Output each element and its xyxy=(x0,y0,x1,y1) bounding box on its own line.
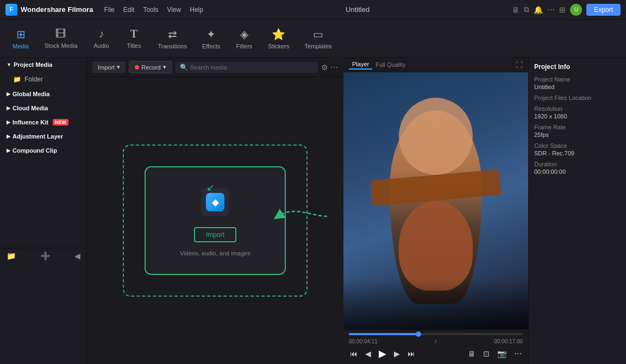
import-sub-label: Videos, audio, and images xyxy=(180,250,250,256)
toolbar-stock-media[interactable]: 🎞 Stock Media xyxy=(38,24,84,52)
filters-icon: ◈ xyxy=(240,28,248,41)
search-icon: 🔍 xyxy=(180,64,188,71)
info-row-colorspace: Color Space SDR - Rec.709 xyxy=(534,142,621,156)
toolbar-transitions[interactable]: ⇄ Transitions xyxy=(152,24,193,53)
record-button[interactable]: Record ▾ xyxy=(129,61,172,73)
time-display: 00:00:04:11 / 00:00:17:00 xyxy=(349,338,523,344)
toolbar-media-label: Media xyxy=(12,43,29,49)
preview-video xyxy=(343,72,528,329)
screen-icon[interactable]: 🖥 xyxy=(467,348,477,359)
sidebar-adjustment-layer-label: Adjustment Layer xyxy=(12,133,63,140)
info-row-name: Project Name Untitled xyxy=(534,76,621,90)
import-area: ◆ ↙ Import Videos, audio, and images xyxy=(87,77,343,364)
app-name: Wondershare Filmora xyxy=(21,5,93,14)
progress-fill xyxy=(349,333,418,335)
info-value-resolution: 1920 x 1080 xyxy=(534,113,621,120)
top-bar: F Wondershare Filmora File Edit Tools Vi… xyxy=(0,0,626,20)
fullscreen-icon[interactable]: ⛶ xyxy=(516,61,523,69)
toolbar-filters[interactable]: ◈ Filters xyxy=(229,24,259,53)
center-area: Import ▾ Record ▾ 🔍 ⚙ ⋯ xyxy=(87,58,343,364)
templates-icon: ▭ xyxy=(313,28,323,41)
time-total: 00:00:17:00 xyxy=(494,338,523,344)
toolbar-filters-label: Filters xyxy=(236,43,252,49)
project-info-title: Project Info xyxy=(534,63,621,71)
import-dropdown-icon: ▾ xyxy=(117,64,120,71)
project-title: Untitled xyxy=(203,5,512,14)
sidebar-global-media-label: Global Media xyxy=(12,91,49,97)
sidebar-item-folder[interactable]: 📁 Folder xyxy=(0,72,86,87)
preview-tab-quality[interactable]: Full Quality xyxy=(372,60,409,69)
import-icon-container: ◆ ↙ xyxy=(199,185,231,219)
info-label-name: Project Name xyxy=(534,76,621,83)
control-buttons: ⏮ ◀ ▶ ▶ ⏭ 🖥 ⊡ 📷 ⋯ xyxy=(349,347,523,361)
add-icon[interactable]: ➕ xyxy=(41,252,50,260)
info-value-name: Untitled xyxy=(534,84,621,90)
info-row-framerate: Frame Rate 25fps xyxy=(534,124,621,138)
window-icon-5[interactable]: ⊞ xyxy=(559,5,566,14)
chevron-down-icon: ▼ xyxy=(7,62,11,67)
info-label-framerate: Frame Rate xyxy=(534,124,621,130)
audio-icon: ♪ xyxy=(99,28,104,40)
menu-file[interactable]: File xyxy=(104,6,114,14)
preview-controls: 00:00:04:11 / 00:00:17:00 ⏮ ◀ ▶ ▶ ⏭ 🖥 ⊡ … xyxy=(343,329,528,364)
import-arrow-annotation xyxy=(262,194,338,238)
app-logo: F Wondershare Filmora xyxy=(5,4,93,16)
record-label: Record xyxy=(141,64,160,71)
sidebar-item-adjustment-layer[interactable]: ▶ Adjustment Layer xyxy=(0,129,86,143)
search-bar[interactable]: 🔍 xyxy=(176,62,318,73)
menu-help[interactable]: Help xyxy=(190,6,203,14)
menu-edit[interactable]: Edit xyxy=(123,6,135,14)
toolbar-templates-label: Templates xyxy=(304,43,331,49)
menu-tools[interactable]: Tools xyxy=(143,6,158,14)
play-button[interactable]: ▶ xyxy=(378,347,387,361)
forward-button[interactable]: ▶ xyxy=(393,348,401,359)
sidebar-item-influence-kit[interactable]: ▶ Influence Kit NEW xyxy=(0,115,86,129)
toolbar-templates[interactable]: ▭ Templates xyxy=(298,24,338,53)
progress-bar[interactable] xyxy=(349,333,523,335)
info-label-duration: Duration xyxy=(534,161,621,167)
stock-media-icon: 🎞 xyxy=(55,28,66,40)
filter-icon[interactable]: ⚙ xyxy=(321,63,328,72)
user-avatar[interactable]: U xyxy=(570,4,582,16)
logo-icon: F xyxy=(5,4,17,16)
search-input[interactable] xyxy=(190,64,314,71)
sidebar-collapse-icon[interactable]: ◀ xyxy=(74,252,80,260)
prev-frame-button[interactable]: ⏮ xyxy=(349,348,359,359)
sidebar-bottom-icons: 📁 ➕ ◀ xyxy=(0,248,87,263)
chevron-right-icon-3: ▶ xyxy=(7,120,10,125)
video-placeholder xyxy=(343,72,528,329)
next-frame-button[interactable]: ⏭ xyxy=(406,348,416,359)
sidebar-item-compound-clip[interactable]: ▶ Compound Clip xyxy=(0,143,86,158)
menu-view[interactable]: View xyxy=(167,6,181,14)
add-folder-icon[interactable]: 📁 xyxy=(7,252,16,260)
toolbar-stickers[interactable]: ⭐ Stickers xyxy=(261,24,296,53)
preview-tab-player[interactable]: Player xyxy=(349,60,372,70)
sidebar-item-project-media[interactable]: ▼ Project Media xyxy=(0,58,86,72)
more-options-icon[interactable]: ⋯ xyxy=(330,63,338,72)
sidebar-influence-kit-label: Influence Kit xyxy=(12,119,48,125)
record-dropdown-icon: ▾ xyxy=(163,64,166,71)
snapshot-icon[interactable]: 📷 xyxy=(496,348,508,359)
media-actions: ⚙ ⋯ xyxy=(321,63,338,72)
window-icon-3[interactable]: 🔔 xyxy=(534,5,543,14)
menu-bar: File Edit Tools View Help xyxy=(104,6,203,14)
toolbar-titles[interactable]: T Titles xyxy=(119,24,149,52)
sidebar-item-global-media[interactable]: ▶ Global Media xyxy=(0,87,86,101)
window-icon-2[interactable]: ⧉ xyxy=(524,5,529,14)
sidebar-item-cloud-media[interactable]: ▶ Cloud Media xyxy=(0,101,86,115)
toolbar-effects[interactable]: ✦ Effects xyxy=(196,24,227,53)
influence-kit-badge: NEW xyxy=(53,119,68,125)
toolbar-media[interactable]: ⊞ Media xyxy=(5,24,36,53)
import-media-button[interactable]: Import xyxy=(194,227,236,242)
import-button[interactable]: Import ▾ xyxy=(92,61,126,73)
crop-icon[interactable]: ⊡ xyxy=(482,348,491,359)
main-content: ▼ Project Media 📁 Folder ▶ Global Media … xyxy=(0,58,626,364)
window-icon-4[interactable]: ⋯ xyxy=(547,5,555,14)
time-separator: / xyxy=(435,338,437,344)
rewind-button[interactable]: ◀ xyxy=(364,348,372,359)
more-icon[interactable]: ⋯ xyxy=(513,348,523,359)
window-icon-1[interactable]: 🖥 xyxy=(512,5,519,14)
export-button[interactable]: Export xyxy=(586,4,621,16)
toolbar-audio[interactable]: ♪ Audio xyxy=(86,24,117,52)
import-label: Import xyxy=(98,64,115,71)
